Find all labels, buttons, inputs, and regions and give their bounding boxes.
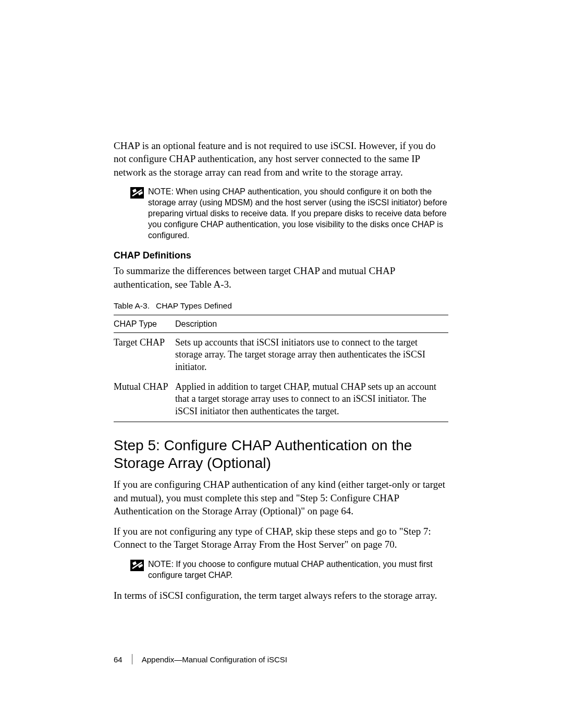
paragraph-target: In terms of iSCSI configuration, the ter…: [114, 589, 448, 602]
table-row: Target CHAP Sets up accounts that iSCSI …: [114, 332, 448, 377]
note-icon: [130, 560, 144, 571]
page-footer: 64 Appendix—Manual Configuration of iSCS…: [114, 654, 448, 664]
footer-separator: [132, 654, 132, 664]
table-caption-number: Table A-3.: [114, 301, 150, 310]
note-block-1: NOTE: When using CHAP authentication, yo…: [130, 186, 448, 241]
table-header-description: Description: [175, 315, 448, 332]
note-body-1: When using CHAP authentication, you shou…: [148, 187, 447, 240]
note-prefix-2: NOTE:: [148, 560, 174, 569]
table-caption-title: CHAP Types Defined: [156, 301, 232, 310]
table-header-chap-type: CHAP Type: [114, 315, 175, 332]
note-block-2: NOTE: If you choose to configure mutual …: [130, 559, 448, 581]
paragraph-skip: If you are not configuring any type of C…: [114, 525, 448, 551]
document-page: CHAP is an optional feature and is not r…: [0, 0, 563, 664]
definitions-intro: To summarize the differences between tar…: [114, 264, 448, 291]
table-cell-desc: Sets up accounts that iSCSI initiators u…: [175, 332, 448, 377]
table-cell-type: Target CHAP: [114, 332, 175, 377]
table-row: Mutual CHAP Applied in addition to targe…: [114, 377, 448, 422]
note-body-2: If you choose to configure mutual CHAP a…: [148, 560, 433, 579]
footer-section-label: Appendix—Manual Configuration of iSCSI: [142, 655, 287, 664]
table-cell-desc: Applied in addition to target CHAP, mutu…: [175, 377, 448, 422]
note-prefix-1: NOTE:: [148, 187, 174, 196]
intro-paragraph: CHAP is an optional feature and is not r…: [114, 139, 448, 179]
table-caption: Table A-3.CHAP Types Defined: [114, 301, 448, 311]
table-cell-type: Mutual CHAP: [114, 377, 175, 422]
page-number: 64: [114, 655, 132, 664]
chap-types-table: CHAP Type Description Target CHAP Sets u…: [114, 315, 448, 422]
note-icon: [130, 187, 144, 199]
note-text-1: NOTE: When using CHAP authentication, yo…: [148, 186, 448, 241]
chap-definitions-heading: CHAP Definitions: [114, 250, 448, 261]
paragraph-configuring: If you are configuring CHAP authenticati…: [114, 478, 448, 517]
section-heading-step5: Step 5: Configure CHAP Authentication on…: [114, 437, 448, 472]
note-text-2: NOTE: If you choose to configure mutual …: [148, 559, 448, 581]
